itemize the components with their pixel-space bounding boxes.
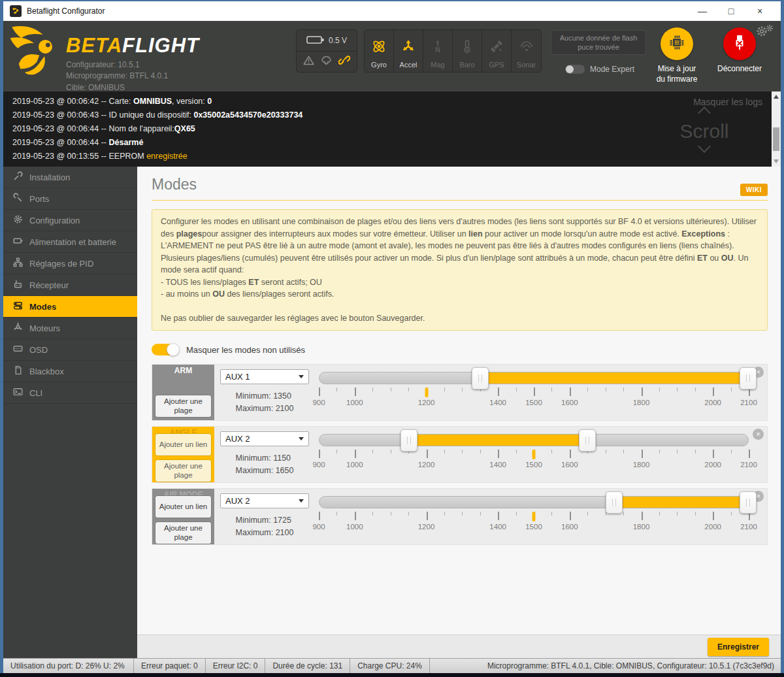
scale-tick xyxy=(462,512,463,516)
add-link-button[interactable]: Ajouter un lien xyxy=(155,495,212,518)
sidebar-item-alimentation[interactable]: Alimentation et batterie xyxy=(3,231,137,253)
log-panel: 2019-05-23 @ 00:06:42 -- Carte: OMNIBUS,… xyxy=(3,91,781,167)
hide-logs-button[interactable]: Masquer les logs xyxy=(693,97,762,107)
mode-row: ARMAjouter une plageAUX 1Minimum: 1350Ma… xyxy=(152,364,768,421)
gps-icon xyxy=(489,39,504,57)
modes-help-note: Configurer les modes en utilisant une co… xyxy=(152,209,768,331)
scale-tick xyxy=(659,512,660,516)
sidebar-item-modes[interactable]: Modes xyxy=(3,296,137,318)
blackbox-icon xyxy=(13,365,23,377)
aux-channel-select[interactable]: AUX 2 xyxy=(220,431,309,446)
add-range-button[interactable]: Ajouter une plage xyxy=(155,395,212,418)
sidebar-item-recepteur[interactable]: Récepteur xyxy=(3,274,137,296)
sidebar-item-configuration[interactable]: Configuration xyxy=(3,210,137,231)
sidebar-item-label: Ports xyxy=(29,194,49,204)
delete-range-icon[interactable]: × xyxy=(753,429,764,440)
scale-tick xyxy=(623,388,624,391)
log-scroll-widget[interactable]: Scroll xyxy=(668,108,740,154)
save-button[interactable]: Enregistrer xyxy=(708,638,769,656)
scale-tick xyxy=(713,388,714,396)
betaflight-logo-icon xyxy=(8,24,63,93)
scroll-down-icon[interactable] xyxy=(698,140,711,153)
scale-tick-label: 1200 xyxy=(418,523,435,531)
slider-handle[interactable] xyxy=(740,367,757,389)
scale-tick-label: 1000 xyxy=(346,399,363,406)
scale-tick xyxy=(731,450,732,454)
sidebar-item-ports[interactable]: Ports xyxy=(3,188,137,210)
status-bar: Utilisation du port: D: 26% U: 2%Erreur … xyxy=(3,658,781,673)
scroll-up-icon[interactable] xyxy=(698,107,711,120)
scale-tick-label: 1000 xyxy=(346,461,363,469)
content-footer: Enregistrer xyxy=(137,635,781,658)
sensor-baro: Baro xyxy=(453,30,482,72)
log-line: 2019-05-23 @ 00:06:44 -- Désarmé xyxy=(12,136,781,150)
scale-tick xyxy=(695,388,696,391)
slider-track[interactable] xyxy=(319,496,749,508)
scale-tick-label: 1500 xyxy=(525,461,542,469)
flash-data-button[interactable]: Aucune donnée de flash puce trouvée xyxy=(551,30,646,55)
hide-unused-modes-toggle[interactable] xyxy=(152,344,179,355)
sensor-label: Mag xyxy=(431,61,444,69)
sensor-gyro: Gyro xyxy=(365,30,394,72)
slider-track[interactable] xyxy=(319,372,749,384)
scale-tick xyxy=(319,512,320,520)
scrollbar-up-arrow[interactable] xyxy=(774,95,779,99)
sidebar-item-blackbox[interactable]: Blackbox xyxy=(3,361,137,382)
range-min: Minimum: 1725 xyxy=(236,514,294,527)
sidebar-item-cli[interactable]: CLI xyxy=(3,382,137,404)
version-info: Configurateur: 10.5.1Microprogramme: BTF… xyxy=(66,59,199,93)
scale-tick xyxy=(659,450,660,454)
note-paragraph: - au moins un OU des liens/plages seront… xyxy=(161,288,759,301)
sidebar-item-osd[interactable]: OSD xyxy=(3,339,137,361)
sensor-sonar: Sonar xyxy=(512,30,541,72)
mode-header: AIR MODEAjouter un lienAjouter une plage xyxy=(152,489,214,544)
add-link-button[interactable]: Ajouter un lien xyxy=(155,433,212,456)
disconnect-button[interactable]: Déconnecter xyxy=(710,27,769,74)
sensor-status-bar: GyroAccelNMagBaroGPSSonar xyxy=(364,29,542,73)
sensor-label: Sonar xyxy=(517,61,536,69)
aux-channel-select[interactable]: AUX 2 xyxy=(220,493,309,508)
add-range-button[interactable]: Ajouter une plage xyxy=(155,521,212,544)
scale-tick xyxy=(391,450,391,454)
scale-tick xyxy=(444,512,445,516)
aux-channel-select[interactable]: AUX 1 xyxy=(220,369,309,384)
wiki-button[interactable]: WIKI xyxy=(740,184,768,196)
scale-tick xyxy=(677,450,678,454)
log-scrollbar[interactable] xyxy=(772,91,781,167)
scale-tick xyxy=(642,512,643,520)
slider-handle[interactable] xyxy=(472,367,489,389)
minimize-button[interactable]: — xyxy=(688,6,717,16)
slider-handle[interactable] xyxy=(606,491,623,514)
sidebar-item-pid[interactable]: Réglages de PID xyxy=(3,253,137,274)
scale-tick xyxy=(516,388,517,391)
chevron-down-icon xyxy=(299,499,304,503)
scale-tick xyxy=(587,512,588,516)
slider-handle[interactable] xyxy=(579,429,596,452)
firmware-update-button[interactable]: Mise à jour du firmware xyxy=(655,27,698,84)
scale-tick xyxy=(570,450,571,458)
brand: BETAFLIGHT Configurateur: 10.5.1Micropro… xyxy=(8,24,199,93)
expert-mode-toggle[interactable] xyxy=(565,65,585,74)
add-range-button[interactable]: Ajouter une plage xyxy=(155,459,212,482)
slider-track[interactable] xyxy=(319,434,749,446)
scale-tick xyxy=(570,512,571,520)
slider-handle[interactable] xyxy=(400,429,417,452)
sidebar-item-installation[interactable]: Installation xyxy=(3,167,137,188)
maximize-button[interactable]: □ xyxy=(717,6,745,16)
sidebar-item-label: Configuration xyxy=(29,216,80,225)
chevron-down-icon xyxy=(299,375,304,378)
scrollbar-thumb[interactable] xyxy=(773,127,779,151)
range-minmax: Minimum: 1725Maximum: 2100 xyxy=(236,514,294,539)
scale-tick xyxy=(695,512,696,516)
slider-scale: 90010001200140015001600180020002100 xyxy=(319,388,749,411)
slider-handle[interactable] xyxy=(740,491,757,514)
sidebar-item-moteurs[interactable]: Moteurs xyxy=(3,318,137,339)
scrollbar-down-arrow[interactable] xyxy=(774,159,779,163)
sidebar-item-label: Réglages de PID xyxy=(29,259,93,269)
sidebar-item-label: CLI xyxy=(29,388,42,398)
hide-unused-modes-label: Masquer les modes non utilisés xyxy=(186,345,305,355)
scale-tick xyxy=(749,450,750,458)
scale-tick-label: 1800 xyxy=(633,523,650,531)
close-button[interactable]: × xyxy=(745,6,774,16)
scale-tick xyxy=(427,512,428,520)
